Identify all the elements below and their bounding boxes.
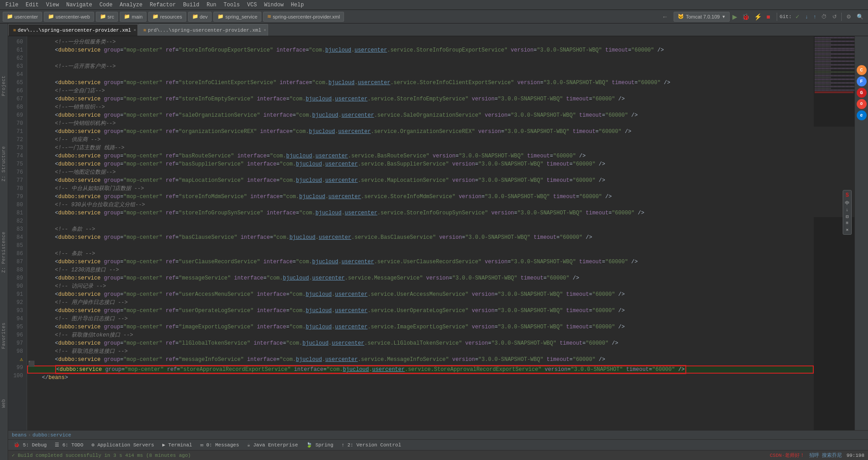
firefox-icon[interactable]: F [857, 76, 867, 86]
web-panel-label[interactable]: Web [1, 395, 7, 412]
menu-run[interactable]: Run [203, 0, 220, 10]
debug-btn[interactable]: 🐞 [740, 12, 751, 21]
tab-java-enterprise[interactable]: ☕ Java Enterprise [244, 441, 302, 449]
persistence-panel-label[interactable]: Z: Persistence [1, 228, 7, 276]
csdn-brand: CSDN·老师好！ [770, 452, 805, 459]
code-line-89: <dubbo:service group="mop-center" ref="m… [27, 274, 814, 282]
git-revert-btn[interactable]: ↺ [830, 13, 839, 21]
editor-tabs-row: ≋ dev\...\spring-usercenter-provider.xml… [8, 24, 868, 36]
breadcrumb: beans › dubbo:service [8, 430, 868, 439]
toolbar-project-btn[interactable]: 📁 usercenter [3, 12, 42, 22]
code-line-87: <dubbo:service group="mop-center" ref="u… [27, 258, 814, 266]
tab-debug[interactable]: 🐞 5: Debug [10, 441, 50, 449]
tab-spring[interactable]: 🍃 Spring [302, 441, 337, 449]
bottom-tabs-row: 🐞 5: Debug ☰ 6: TODO ⚙ Application Serve… [8, 439, 868, 450]
breadcrumb-dubbo-service[interactable]: dubbo:service [33, 432, 71, 438]
code-line-60: <!--一分分组服务类--> [27, 38, 814, 46]
tomcat-section: 🐱 Tomcat 7.0.109 ▼ ▶ 🐞 ⚡ ■ [674, 12, 772, 22]
arrow-down-icon[interactable]: ↓ [846, 208, 849, 213]
run-btn[interactable]: ▶ [731, 12, 739, 21]
code-line-81: <dubbo:service group="mop-center" ref="s… [27, 209, 814, 217]
code-line-62 [27, 54, 814, 62]
code-editor: 60 61 62 63 64 65 66 67 68 69 70 71 72 7… [8, 36, 868, 430]
tab-app-servers[interactable]: ⚙ Application Servers [88, 441, 158, 449]
code-line-96: <!-- 获取微信token接口 --> [27, 331, 814, 339]
toolbar-active-file-btn[interactable]: ≋ spring-usercenter-provider.xml [263, 12, 344, 22]
csdn-actions[interactable]: 招呼 搜索乔尼 [809, 452, 842, 459]
menu-vcs[interactable]: VCS [244, 0, 261, 10]
menu-window[interactable]: Window [260, 0, 287, 10]
status-left: ✓ Build completed successfully in 3 s 41… [12, 452, 191, 458]
tab-messages[interactable]: ✉ 0: Messages [197, 441, 243, 449]
code-line-92: <!-- 用户操作日志接口 --> [27, 299, 814, 307]
tab-todo[interactable]: ☰ 6: TODO [51, 441, 87, 449]
opera-icon[interactable]: O [857, 99, 867, 109]
chrome-icon[interactable]: C [857, 65, 867, 75]
toolbar-main-btn[interactable]: 📁 main [120, 12, 146, 22]
code-line-69: <dubbo:service group="mop-center" ref="s… [27, 111, 814, 119]
code-line-97: <dubbo:service group="mop-center" ref="l… [27, 339, 814, 347]
search-everywhere-btn[interactable]: 🔍 [855, 13, 865, 21]
code-line-94: <!-- 图片导出日志接口 --> [27, 315, 814, 323]
code-line-98: <!-- 获取消息推送接口 --> [27, 347, 814, 356]
menu-icon[interactable]: ≡ [846, 221, 849, 226]
favorites-panel-label[interactable]: Favorites [1, 319, 7, 353]
git-history-btn[interactable]: ⏱ [820, 13, 829, 21]
tab-version-control[interactable]: ↑ 2: Version Control [338, 441, 405, 449]
code-line-64 [27, 71, 814, 79]
xml-icon-prd: ≋ [143, 28, 146, 33]
bottom-panels: beans › dubbo:service 🐞 5: Debug ☰ 6: TO… [8, 430, 868, 450]
menu-help[interactable]: Help [287, 0, 307, 10]
code-line-67: <dubbo:service group="mop-center" ref="s… [27, 95, 814, 103]
code-line-83: <!-- 条款 --> [27, 225, 814, 233]
tab-terminal[interactable]: ▶ Terminal [159, 441, 196, 449]
coverage-btn[interactable]: ⚡ [752, 12, 764, 21]
far-right-icons-panel: C F G O e S 中 ↓ ⊡ ≡ ✕ [854, 36, 868, 430]
status-right: CSDN·老师好！ 招呼 搜索乔尼 99:198 [770, 452, 864, 459]
menu-refactor[interactable]: Refactor [146, 0, 179, 10]
git-update-btn[interactable]: ↓ [803, 13, 810, 21]
toolbar-nav-back[interactable]: ← [660, 12, 670, 21]
toolbar-resources-btn[interactable]: 📁 resources [148, 12, 186, 22]
line-numbers: 60 61 62 63 64 65 66 67 68 69 70 71 72 7… [8, 36, 27, 430]
editor-tab-prd[interactable]: ≋ prd\...\spring-usercenter-provider.xml… [138, 24, 268, 36]
menu-build[interactable]: Build [179, 0, 203, 10]
warning-dot: ⬛ [28, 360, 35, 368]
settings-btn[interactable]: ⚙ [844, 13, 853, 21]
git-check-btn[interactable]: ✓ [793, 13, 802, 21]
menu-edit[interactable]: Edit [22, 0, 42, 10]
close-tools-icon[interactable]: ✕ [846, 227, 849, 232]
stop-btn[interactable]: ■ [764, 12, 772, 21]
close-tab-dev[interactable]: ✕ [133, 28, 136, 33]
code-line-85 [27, 242, 814, 250]
menu-analyze[interactable]: Analyze [116, 0, 146, 10]
code-line-100: </beans> [27, 374, 814, 382]
toolbar: 📁 usercenter 📁 usercenter-web 📁 src 📁 ma… [0, 10, 868, 24]
code-line-77: <dubbo:service group="mop-center" ref="m… [27, 176, 814, 185]
code-line-90: <!-- 访问记录 --> [27, 282, 814, 290]
menu-view[interactable]: View [42, 0, 63, 10]
menu-navigate[interactable]: Navigate [62, 0, 96, 10]
code-line-71: <dubbo:service group="mop-center" ref="o… [27, 128, 814, 136]
project-panel-label[interactable]: Project [1, 72, 7, 100]
menu-tools[interactable]: Tools [220, 0, 244, 10]
git-push-btn[interactable]: ↑ [811, 13, 818, 21]
toolbar-src-btn[interactable]: 📁 src [96, 12, 118, 22]
toolbar-module-btn[interactable]: 📁 usercenter-web [44, 12, 94, 22]
code-lines[interactable]: <!--一分分组服务类--> <dubbo:service group="mop… [27, 36, 814, 430]
cursor-position: 99:198 [846, 453, 864, 458]
code-line-73: <!--一门店主数据 线路--> [27, 144, 814, 152]
toolbar-spring-btn[interactable]: 📁 spring_service [213, 12, 261, 22]
sougou-icon[interactable]: S [845, 192, 849, 199]
menu-code[interactable]: Code [96, 0, 116, 10]
structure-panel-label[interactable]: Z: Structure [1, 142, 7, 185]
menu-file[interactable]: File [2, 0, 22, 10]
editor-tab-dev[interactable]: ≋ dev\...\spring-usercenter-provider.xml… [8, 24, 138, 36]
tomcat-selector[interactable]: 🐱 Tomcat 7.0.109 ▼ [674, 12, 730, 22]
close-tab-prd[interactable]: ✕ [264, 28, 266, 33]
ie-icon[interactable]: e [857, 110, 867, 120]
breadcrumb-beans[interactable]: beans [12, 432, 27, 438]
toolbar-dev-btn[interactable]: 📁 dev [188, 12, 212, 22]
google-icon[interactable]: G [857, 88, 867, 98]
code-line-93: <dubbo:service group="mop-center" ref="u… [27, 307, 814, 315]
